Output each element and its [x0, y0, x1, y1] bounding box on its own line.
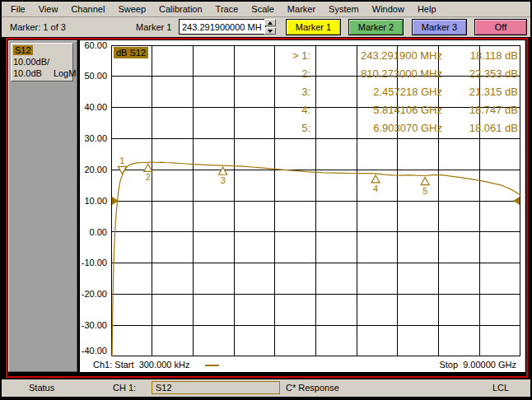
lcl-label: LCL [492, 383, 509, 393]
marker1-button[interactable]: Marker 1 [286, 19, 341, 35]
svg-text:2: 2 [146, 172, 151, 182]
y-axis-label: 60.00 [80, 40, 107, 51]
marker-frequency-input[interactable] [179, 19, 266, 35]
marker-readout-frequency: 5.814106 GHz [310, 101, 442, 119]
marker-readout-frequency: 243.291900 MHz [310, 47, 442, 65]
y-axis-label: 10.00 [80, 196, 107, 207]
sweep-range-row: Ch1: Start 300.000 kHz Stop 9.00000 GHz [80, 360, 525, 371]
trace-color-key-icon [205, 365, 219, 366]
menu-window[interactable]: Window [368, 2, 408, 16]
trace-format-label: LogM [54, 68, 77, 78]
marker-readout-value: 21.315 dB [442, 83, 518, 101]
trace-label-badge: dB S12 [114, 47, 148, 58]
marker-readout-index: > 1: [281, 47, 310, 65]
marker-toolbar: Marker: 1 of 3 Marker 1 Marker 1 Marker … [2, 17, 530, 37]
menu-trace[interactable]: Trace [212, 2, 243, 16]
menu-bar: File View Channel Sweep Calibration Trac… [2, 2, 530, 17]
svg-text:4: 4 [373, 184, 378, 193]
marker-readout-index: 3: [281, 83, 310, 101]
y-axis-label: 50.00 [80, 71, 107, 81]
y-axis-label: -20.00 [80, 289, 107, 300]
y-axis-label: 40.00 [80, 102, 107, 113]
channel-label: CH 1: [113, 383, 136, 393]
marker3-button[interactable]: Marker 3 [412, 19, 467, 35]
marker-readout-row: > 1: 243.291900 MHz 18.118 dB [281, 47, 518, 65]
y-axis-label: -30.00 [80, 320, 107, 331]
marker-readout-value: 18.061 dB [442, 119, 518, 137]
y-axis-label: 20.00 [80, 165, 107, 175]
menu-system[interactable]: System [324, 2, 363, 16]
marker-readout-value: 22.353 dB [442, 65, 518, 83]
trace-name-badge: S12 [13, 45, 33, 55]
trace-status-box[interactable]: S12 10.00dB/ 10.0dBLogM [11, 43, 73, 81]
y-axis-label: 30.00 [80, 133, 107, 144]
marker-readout: > 1: 243.291900 MHz 18.118 dB 2: 810.273… [281, 47, 518, 137]
marker2-button[interactable]: Marker 2 [348, 19, 404, 35]
arrow-up-icon [268, 21, 273, 25]
marker-readout-value: 18.747 dB [442, 101, 518, 119]
menu-calibration[interactable]: Calibration [155, 2, 207, 16]
marker-readout-frequency: 2.457218 GHz [310, 83, 442, 101]
menu-channel[interactable]: Channel [67, 2, 109, 16]
y-axis-label: 0.00 [80, 227, 107, 238]
marker-readout-frequency: 810.273000 MHz [310, 65, 442, 83]
status-label: Status [29, 383, 54, 393]
menu-sweep[interactable]: Sweep [114, 2, 150, 16]
y-axis-label: -10.00 [80, 258, 107, 268]
marker-entry-label: Marker 1 [136, 22, 171, 32]
frequency-spinner [264, 19, 276, 35]
sweep-stop-label: Stop 9.00000 GHz [439, 360, 516, 370]
spinner-up-button[interactable] [264, 19, 276, 26]
menu-file[interactable]: File [7, 2, 30, 16]
channel-window: S12 10.00dB/ 10.0dBLogM 60.00 50.00 40.0… [6, 38, 528, 378]
trace-status-sidebar: S12 10.00dB/ 10.0dBLogM [8, 40, 77, 372]
menu-view[interactable]: View [35, 2, 63, 16]
status-bar: Status CH 1: S12 C* Response LCL [2, 379, 530, 397]
svg-text:1: 1 [119, 156, 124, 165]
marker-count-label: Marker: 1 of 3 [10, 22, 66, 32]
spinner-down-button[interactable] [264, 27, 276, 35]
trace-ref-label: 10.0dB [13, 68, 42, 78]
sweep-start-label: Ch1: Start 300.000 kHz [93, 360, 189, 370]
marker-readout-row: 3: 2.457218 GHz 21.315 dB [281, 83, 518, 101]
marker-readout-index: 5: [281, 119, 310, 137]
marker-readout-index: 2: [281, 65, 310, 83]
marker-readout-index: 4: [281, 101, 310, 119]
arrow-down-icon [268, 30, 273, 33]
svg-text:5: 5 [422, 186, 427, 196]
menu-help[interactable]: Help [413, 2, 441, 16]
plot-window: 60.00 50.00 40.00 30.00 20.00 10.00 0.00… [80, 40, 525, 372]
marker-readout-row: 5: 6.903070 GHz 18.061 dB [281, 119, 518, 137]
svg-text:3: 3 [221, 175, 226, 185]
measurement-box[interactable]: S12 [152, 381, 280, 394]
marker-readout-row: 2: 810.273000 MHz 22.353 dB [281, 65, 518, 83]
trace-scale-label: 10.00dB/ [13, 56, 71, 67]
marker-readout-frequency: 6.903070 GHz [310, 119, 442, 137]
menu-scale[interactable]: Scale [247, 2, 278, 16]
marker-off-button[interactable]: Off [474, 19, 527, 35]
menu-marker[interactable]: Marker [283, 2, 320, 16]
y-axis-label: -40.00 [80, 346, 107, 356]
marker-readout-row: 4: 5.814106 GHz 18.747 dB [281, 101, 518, 119]
cal-status-label: C* Response [286, 383, 339, 393]
marker-readout-value: 18.118 dB [442, 47, 518, 65]
